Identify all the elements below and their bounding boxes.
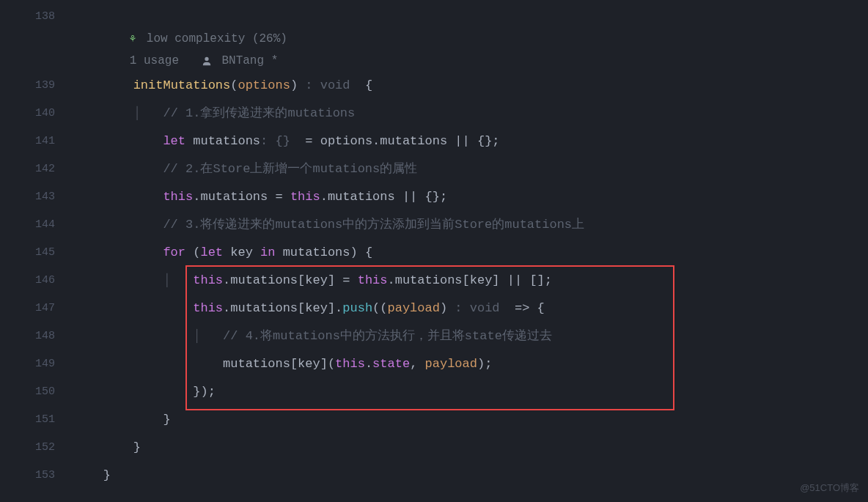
identifier: options [320, 134, 372, 148]
property: mutations [230, 273, 298, 287]
usage-hint[interactable]: 1 usage BNTang * [70, 50, 868, 72]
comment: // 1.拿到传递进来的mutations [163, 106, 355, 120]
author-text: BNTang * [221, 54, 278, 67]
code-content[interactable]: ⚘ low complexity (26%) 1 usage BNTang * … [70, 0, 868, 502]
code-line[interactable]: }); [70, 378, 868, 406]
keyword: let [200, 246, 223, 259]
code-line[interactable]: │ // 1.拿到传递进来的mutations [70, 100, 868, 128]
usage-text: 1 usage [130, 54, 179, 67]
code-line[interactable]: } [70, 406, 868, 434]
property: state [372, 357, 410, 371]
line-number: 153 [0, 462, 55, 490]
line-number: 144 [0, 211, 55, 239]
variable: key [305, 301, 328, 315]
property: mutations [380, 134, 447, 148]
user-icon [200, 56, 213, 66]
line-number: 150 [0, 378, 55, 406]
line-number: 152 [0, 434, 55, 462]
return-type: void [470, 301, 500, 315]
line-number: 146 [0, 267, 55, 295]
code-line[interactable]: // 3.将传递进来的mutations中的方法添加到当前Store的mutat… [70, 211, 868, 239]
keyword: let [163, 134, 185, 148]
line-number: 138 [0, 6, 55, 28]
variable: mutations [193, 134, 260, 148]
literal: {} [477, 134, 492, 148]
property: mutations [328, 190, 395, 204]
variable: key [230, 246, 253, 259]
property: mutations [395, 273, 463, 287]
code-line[interactable]: │ this.mutations[key] = this.mutations[k… [70, 267, 868, 295]
identifier: payload [425, 357, 477, 371]
property: mutations [200, 190, 268, 204]
property: mutations [230, 301, 298, 315]
function-name: initMutations [133, 78, 231, 92]
keyword: this [163, 190, 193, 204]
line-number: 151 [0, 406, 55, 434]
keyword: this [290, 190, 320, 204]
keyword: this [193, 301, 223, 315]
variable: key [305, 273, 328, 287]
line-number: 145 [0, 239, 55, 267]
variable: key [470, 273, 493, 287]
line-number: 142 [0, 155, 55, 183]
return-type: void [320, 78, 350, 92]
complexity-hint[interactable]: ⚘ low complexity (26%) [70, 28, 868, 50]
line-number: 143 [0, 183, 55, 211]
variable: key [298, 357, 320, 371]
parameter: payload [388, 301, 440, 315]
variable: mutations [283, 246, 350, 259]
line-number: 148 [0, 322, 55, 350]
type-annotation: : {} [260, 134, 298, 148]
code-line[interactable]: │ // 4.将mutations中的方法执行，并且将state传递过去 [70, 322, 868, 350]
code-line[interactable]: } [70, 434, 868, 462]
method: push [342, 301, 372, 315]
line-number: 149 [0, 350, 55, 378]
comment: // 2.在Store上新增一个mutations的属性 [163, 162, 417, 176]
code-line[interactable]: } [70, 462, 868, 490]
literal: {} [425, 190, 440, 204]
keyword: in [260, 246, 275, 259]
complexity-icon: ⚘ [130, 28, 136, 50]
code-line[interactable]: // 2.在Store上新增一个mutations的属性 [70, 155, 868, 183]
code-line[interactable]: mutations[key](this.state, payload); [70, 350, 868, 378]
code-editor[interactable]: 138 139 140 141 142 143 144 145 146 147 … [0, 0, 868, 502]
line-number: 141 [0, 128, 55, 155]
code-line[interactable]: this.mutations[key].push((payload) : voi… [70, 295, 868, 322]
variable: mutations [223, 357, 290, 371]
keyword: this [358, 273, 388, 287]
comment: // 3.将传递进来的mutations中的方法添加到当前Store的mutat… [163, 218, 584, 232]
keyword: for [163, 246, 185, 259]
keyword: this [335, 357, 365, 371]
comment: // 4.将mutations中的方法执行，并且将state传递过去 [223, 329, 552, 343]
svg-point-0 [205, 57, 208, 61]
code-line[interactable]: for (let key in mutations) { [70, 239, 868, 267]
code-line[interactable] [70, 6, 868, 28]
line-number: 140 [0, 100, 55, 128]
line-number: 139 [0, 72, 55, 100]
code-line[interactable]: this.mutations = this.mutations || {}; [70, 183, 868, 211]
line-number: 147 [0, 295, 55, 322]
line-number-gutter: 138 139 140 141 142 143 144 145 146 147 … [0, 0, 70, 502]
literal: [] [529, 273, 544, 287]
code-line[interactable]: initMutations(options) : void { [70, 72, 868, 100]
watermark: @51CTO博客 [800, 481, 859, 496]
parameter: options [238, 78, 290, 92]
keyword: this [193, 273, 223, 287]
complexity-text: low complexity (26%) [147, 32, 287, 45]
code-line[interactable]: let mutations: {} = options.mutations ||… [70, 128, 868, 155]
